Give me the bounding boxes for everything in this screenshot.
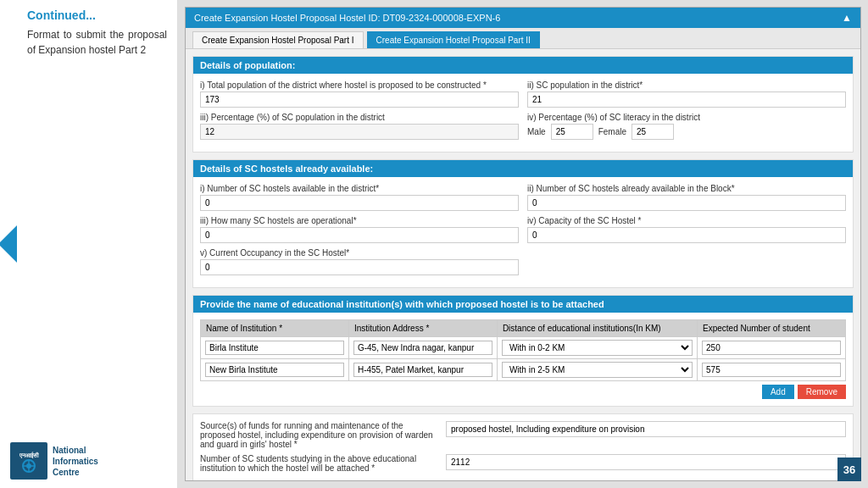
col-institution-name: Name of Institution *	[201, 320, 349, 337]
row2-distance-select[interactable]: With in 0-2 KM With in 2-5 KM More than …	[502, 362, 693, 378]
row1-students-cell	[698, 337, 846, 359]
hostels-district-input[interactable]	[200, 195, 519, 211]
hostels-operational-label: iii) How many SC hostels are operational…	[200, 216, 519, 225]
institutions-table-header: Name of Institution * Institution Addres…	[201, 320, 846, 337]
nic-logo-text-block: National Informatics Centre	[53, 445, 98, 478]
section-population: Details of population: i) Total populati…	[192, 56, 854, 152]
institutions-table-body: With in 0-2 KM With in 2-5 KM More than …	[201, 337, 846, 381]
hostels-row1: i) Number of SC hostels available in the…	[200, 184, 846, 211]
row2-distance-cell: With in 0-2 KM With in 2-5 KM More than …	[497, 359, 697, 381]
nic-logo: एनआईसी National Informatics Centre	[10, 442, 98, 480]
svg-text:एनआईसी: एनआईसी	[19, 452, 39, 459]
remove-row-button[interactable]: Remove	[798, 385, 846, 399]
population-row2: iii) Percentage (%) of SC population in …	[200, 113, 846, 140]
female-literacy-input[interactable]	[632, 124, 674, 140]
hostel-occupancy-input[interactable]	[200, 259, 519, 275]
col-institution-address: Institution Address *	[348, 320, 497, 337]
placeholder-group	[527, 248, 846, 275]
nic-national: National	[53, 445, 98, 456]
col-expected-students: Expected Number of student	[698, 320, 846, 337]
page-number: 36	[837, 458, 861, 481]
section-sc-hostels: Details of SC hostels already available:…	[192, 159, 854, 288]
sc-percentage-label: iii) Percentage (%) of SC population in …	[200, 113, 519, 122]
row1-distance-select[interactable]: With in 0-2 KM With in 2-5 KM More than …	[502, 340, 693, 356]
hostel-capacity-label: iv) Capacity of the SC Hostel *	[527, 216, 846, 225]
row2-students-cell	[698, 359, 846, 381]
sidebar-footer: एनआईसी National Informatics Centre	[10, 442, 167, 480]
row2-address-cell	[348, 359, 497, 381]
section-institutions-header: Provide the name of educational institut…	[193, 296, 853, 313]
tab-part1[interactable]: Create Expansion Hostel Proposal Part I	[192, 31, 364, 48]
hostels-row2: iii) How many SC hostels are operational…	[200, 216, 846, 243]
close-button[interactable]: ▲	[842, 12, 852, 24]
sidebar-description: Format to submit the proposal of Expansi…	[27, 27, 167, 58]
field-sc-literacy: iv) Percentage (%) of SC literacy in the…	[527, 113, 846, 140]
add-row-button[interactable]: Add	[762, 385, 794, 399]
row1-address-cell	[348, 337, 497, 359]
hostels-block-label: ii) Number of SC hostels already availab…	[527, 184, 846, 193]
table-actions: Add Remove	[200, 385, 846, 399]
section-institutions: Provide the name of educational institut…	[192, 295, 854, 407]
nic-informatics: Informatics	[53, 456, 98, 467]
row1-students-input[interactable]	[702, 341, 841, 355]
funds-source-row: Source(s) of funds for running and maint…	[200, 421, 846, 449]
section-sc-hostels-header: Details of SC hostels already available:	[193, 160, 853, 177]
field-total-population: i) Total population of the district wher…	[200, 80, 519, 108]
hostels-operational-input[interactable]	[200, 227, 519, 243]
form-container: Create Expansion Hostel Proposal Hostel …	[185, 7, 861, 481]
row1-name-input[interactable]	[205, 341, 344, 355]
section-population-body: i) Total population of the district wher…	[193, 74, 853, 152]
sc-students-input[interactable]	[446, 454, 846, 470]
table-wrapper: Name of Institution * Institution Addres…	[193, 313, 853, 406]
total-population-label: i) Total population of the district wher…	[200, 80, 519, 90]
sc-literacy-label: iv) Percentage (%) of SC literacy in the…	[527, 113, 846, 122]
col-distance: Distance of educational institutions(In …	[497, 320, 697, 337]
form-body: Details of population: i) Total populati…	[186, 49, 860, 480]
male-literacy-input[interactable]	[551, 124, 593, 140]
male-label: Male	[527, 127, 546, 136]
row1-distance-cell: With in 0-2 KM With in 2-5 KM More than …	[497, 337, 697, 359]
sidebar-continued: Continued...	[27, 8, 167, 22]
row1-address-input[interactable]	[353, 341, 492, 355]
hostel-occupancy-label: v) Current Occupancy in the SC Hostel*	[200, 248, 519, 258]
sc-students-label: Number of SC students studying in the ab…	[200, 454, 437, 473]
form-title-bar: Create Expansion Hostel Proposal Hostel …	[186, 8, 860, 28]
main-content: Create Expansion Hostel Proposal Hostel …	[178, 0, 868, 488]
tab-bar: Create Expansion Hostel Proposal Part I …	[186, 28, 860, 49]
table-row: With in 0-2 KM With in 2-5 KM More than …	[201, 337, 846, 359]
field-hostel-occupancy: v) Current Occupancy in the SC Hostel*	[200, 248, 519, 275]
nic-logo-box: एनआईसी	[10, 442, 47, 480]
field-hostels-operational: iii) How many SC hostels are operational…	[200, 216, 519, 243]
field-sc-population: ii) SC population in the district*	[527, 80, 846, 108]
total-population-input[interactable]	[200, 92, 519, 108]
row2-students-input[interactable]	[702, 363, 841, 377]
funds-source-input[interactable]	[446, 421, 846, 437]
female-label: Female	[598, 127, 626, 136]
section-source-funds: Source(s) of funds for running and maint…	[192, 413, 854, 480]
section-population-header: Details of population:	[193, 57, 853, 74]
sidebar: Continued... Format to submit the propos…	[0, 0, 178, 488]
sc-students-row: Number of SC students studying in the ab…	[200, 454, 846, 473]
funds-source-label: Source(s) of funds for running and maint…	[200, 421, 437, 449]
hostels-block-input[interactable]	[527, 195, 846, 211]
row2-name-cell	[201, 359, 349, 381]
sc-population-input[interactable]	[527, 92, 846, 108]
field-sc-percentage: iii) Percentage (%) of SC population in …	[200, 113, 519, 140]
field-hostels-district: i) Number of SC hostels available in the…	[200, 184, 519, 211]
tab-part2[interactable]: Create Expansion Hostel Proposal Part II	[367, 31, 540, 48]
field-hostel-capacity: iv) Capacity of the SC Hostel *	[527, 216, 846, 243]
hostels-row3: v) Current Occupancy in the SC Hostel*	[200, 248, 846, 275]
table-row: With in 0-2 KM With in 2-5 KM More than …	[201, 359, 846, 381]
field-hostels-block: ii) Number of SC hostels already availab…	[527, 184, 846, 211]
form-title: Create Expansion Hostel Proposal Hostel …	[194, 13, 500, 23]
row2-address-input[interactable]	[353, 363, 492, 377]
sc-population-label: ii) SC population in the district*	[527, 80, 846, 90]
sc-literacy-inline: Male Female	[527, 124, 846, 140]
sc-percentage-input[interactable]	[200, 124, 519, 140]
nic-centre: Centre	[53, 467, 98, 478]
hostels-district-label: i) Number of SC hostels available in the…	[200, 184, 519, 193]
row1-name-cell	[201, 337, 349, 359]
row2-name-input[interactable]	[205, 363, 344, 377]
hostel-capacity-input[interactable]	[527, 227, 846, 243]
population-row1: i) Total population of the district wher…	[200, 80, 846, 108]
